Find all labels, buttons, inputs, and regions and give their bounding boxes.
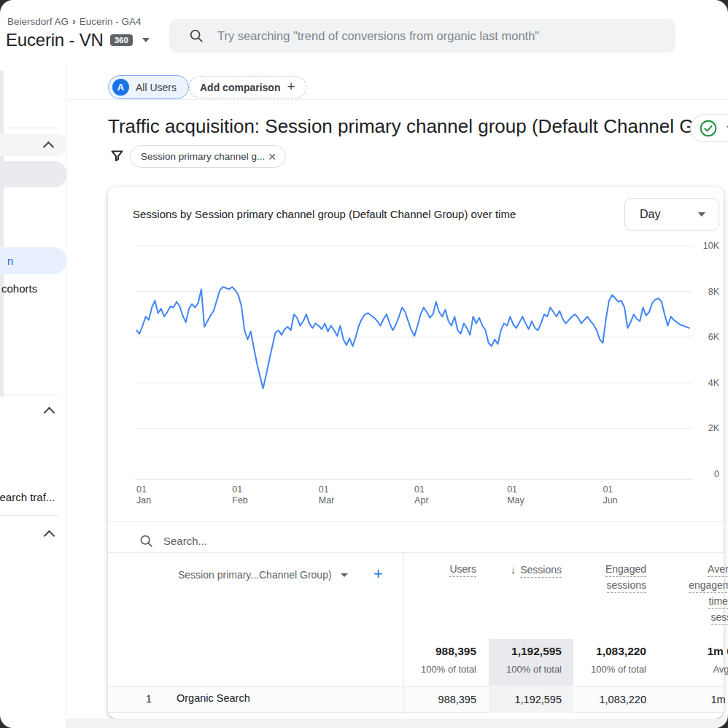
sessions-series-line: [136, 287, 689, 388]
chevron-down-icon: [698, 212, 705, 217]
chart-title: Sessions by Session primary channel grou…: [133, 208, 516, 220]
granularity-value: Day: [640, 208, 660, 221]
breadcrumb: Beiersdorf AG›Eucerin - GA4: [7, 15, 142, 27]
breadcrumb-property[interactable]: Eucerin - GA4: [80, 16, 142, 27]
sidebar-section-header[interactable]: [0, 133, 67, 156]
column-header-avg-time[interactable]: session: [711, 611, 728, 625]
chevron-up-icon[interactable]: [44, 407, 55, 419]
audience-a-icon: A: [112, 79, 129, 96]
table-search-icon: [139, 533, 154, 551]
sidebar-item-cohorts[interactable]: cohorts: [1, 282, 37, 295]
add-comparison-label: Add comparison: [200, 82, 280, 93]
global-search-input[interactable]: Try searching "trend of conversions from…: [169, 19, 675, 53]
sidebar-item-acquisition[interactable]: n: [0, 247, 67, 274]
sidebar-section-divider: [0, 395, 58, 395]
app-window: Beiersdorf AG›Eucerin - GA4 Eucerin - VN…: [0, 0, 728, 728]
column-users: Users 988,395 100% of total 988,395: [389, 553, 476, 713]
chevron-up-icon: [43, 142, 55, 153]
granularity-select[interactable]: Day: [624, 198, 719, 231]
divider: [108, 521, 724, 522]
plus-icon: +: [287, 79, 295, 95]
dimension-header-label: Session primary...Channel Group): [178, 569, 332, 581]
chevron-right-icon: ›: [69, 15, 80, 27]
close-icon[interactable]: ✕: [268, 151, 276, 163]
y-axis-tick: 10K: [694, 241, 719, 251]
total-avg-time-sub: Avg 0%: [713, 664, 728, 675]
all-users-chip[interactable]: A All Users: [108, 75, 189, 99]
y-axis-tick: 6K: [694, 332, 719, 342]
add-comparison-button[interactable]: Add comparison +: [189, 76, 306, 98]
sidebar-item-search-traffic[interactable]: search traf...: [0, 491, 55, 503]
chart-gridlines: [135, 246, 693, 428]
row-rank: 1: [146, 693, 152, 705]
y-axis-tick: 4K: [694, 378, 719, 388]
active-filter-chip[interactable]: Session primary channel g... ✕: [130, 145, 286, 168]
page-title: Traffic acquisition: Session primary cha…: [108, 115, 728, 138]
x-axis-tick: 01Jun: [603, 484, 617, 506]
divider: [66, 99, 728, 100]
search-placeholder: Try searching "trend of conversions from…: [217, 29, 539, 43]
x-axis-tick: 01Apr: [414, 484, 428, 506]
column-header-avg-time[interactable]: engagement: [689, 579, 728, 593]
sidebar-divider: [66, 64, 66, 728]
column-header-avg-time[interactable]: time per: [708, 595, 728, 609]
y-axis-tick: 2K: [694, 423, 719, 433]
cell-avg-time: 1m 03s: [710, 694, 728, 705]
property-selector[interactable]: Eucerin - VN 360: [6, 30, 150, 50]
column-header-avg-time[interactable]: Average: [708, 563, 728, 577]
add-dimension-button[interactable]: +: [373, 565, 383, 584]
sidebar-section-divider: [0, 515, 58, 516]
page-background-strip: [66, 719, 728, 728]
property-name: Eucerin - VN: [6, 30, 104, 50]
total-avg-time: 1m 03s: [707, 645, 728, 658]
data-quality-badge[interactable]: [690, 115, 728, 142]
sessions-line-chart: [135, 237, 719, 489]
column-avg-engagement-time: Average engagement time per session 1m 0…: [629, 553, 728, 713]
x-axis-tick: 01Feb: [232, 484, 248, 506]
sort-descending-icon: ↓: [511, 563, 516, 576]
y-axis-tick: 0: [694, 469, 719, 479]
chevron-up-icon[interactable]: [44, 530, 55, 542]
row-channel-name: Organic Search: [177, 692, 250, 704]
sidebar-item-selected[interactable]: [0, 161, 67, 187]
sidebar-item-label: n: [7, 255, 13, 267]
chevron-down-icon: [142, 38, 150, 42]
chevron-down-icon: [341, 573, 348, 577]
x-axis-tick: 01May: [507, 484, 524, 506]
sidebar-scrollbar[interactable]: [0, 70, 4, 397]
breadcrumb-account[interactable]: Beiersdorf AG: [7, 16, 69, 27]
ga360-badge: 360: [110, 34, 133, 47]
filter-chip-label: Session primary channel g...: [141, 151, 265, 162]
x-axis-tick: 01Jan: [136, 484, 151, 506]
sidebar-section-divider: [0, 128, 58, 128]
all-users-label: All Users: [136, 82, 177, 93]
y-axis-tick: 8K: [694, 287, 719, 297]
x-axis-tick: 01Mar: [319, 484, 335, 506]
search-icon: [188, 28, 204, 44]
check-circle-icon: [699, 119, 718, 138]
filter-icon: [109, 148, 125, 166]
table-search-input[interactable]: Search...: [163, 535, 207, 547]
dimension-header-dropdown[interactable]: Session primary...Channel Group): [178, 569, 348, 581]
